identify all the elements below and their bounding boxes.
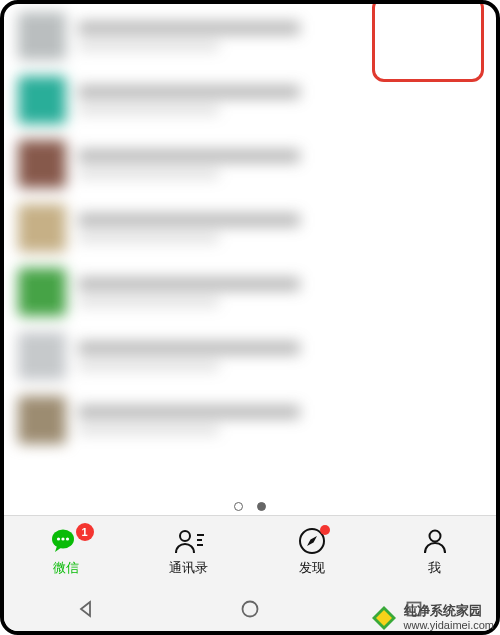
tab-label: 通讯录	[169, 559, 208, 577]
svg-point-10	[243, 602, 258, 617]
watermark: 纯净系统家园 www.yidaimei.com	[370, 603, 494, 633]
back-triangle-icon	[76, 599, 96, 619]
avatar	[18, 268, 66, 316]
chat-preview	[78, 149, 482, 179]
chat-row[interactable]	[4, 68, 496, 132]
avatar	[18, 332, 66, 380]
chat-preview	[78, 405, 482, 435]
chat-row[interactable]	[4, 196, 496, 260]
tab-bar: 1 微信 通讯录	[4, 515, 496, 587]
watermark-url: www.yidaimei.com	[404, 619, 494, 631]
chat-row[interactable]	[4, 132, 496, 196]
avatar	[18, 76, 66, 124]
tab-discover[interactable]: 发现	[250, 516, 373, 587]
svg-point-1	[56, 537, 59, 540]
chat-preview	[78, 277, 482, 307]
tab-label: 发现	[299, 559, 325, 577]
watermark-logo-icon	[370, 604, 398, 632]
wechat-screen: 1 微信 通讯录	[4, 4, 496, 631]
page-indicator	[4, 502, 496, 511]
contacts-icon	[173, 528, 205, 554]
tab-label: 我	[428, 559, 441, 577]
chat-row[interactable]	[4, 388, 496, 452]
tab-chats[interactable]: 1 微信	[4, 516, 127, 587]
chat-preview	[78, 213, 482, 243]
avatar	[18, 12, 66, 60]
page-dot-active	[257, 502, 266, 511]
chat-preview	[78, 341, 482, 371]
notification-dot	[320, 525, 330, 535]
avatar	[18, 204, 66, 252]
avatar	[18, 140, 66, 188]
svg-point-4	[180, 531, 190, 541]
chat-list	[4, 4, 496, 515]
chat-row[interactable]	[4, 260, 496, 324]
chat-row[interactable]	[4, 4, 496, 68]
sys-home-button[interactable]	[168, 587, 332, 631]
svg-point-2	[61, 537, 64, 540]
page-dot	[234, 502, 243, 511]
home-circle-icon	[240, 599, 260, 619]
chat-preview	[78, 21, 482, 51]
avatar	[18, 396, 66, 444]
watermark-title: 纯净系统家园	[404, 603, 482, 618]
svg-point-9	[429, 530, 440, 541]
person-icon	[421, 528, 449, 554]
sys-back-button[interactable]	[4, 587, 168, 631]
tab-contacts[interactable]: 通讯录	[127, 516, 250, 587]
chat-preview	[78, 85, 482, 115]
chat-list-area	[4, 4, 496, 515]
chat-row[interactable]	[4, 324, 496, 388]
tab-me[interactable]: 我	[373, 516, 496, 587]
unread-badge: 1	[76, 523, 94, 541]
tab-label: 微信	[53, 559, 79, 577]
svg-point-3	[65, 537, 68, 540]
device-frame: 1 微信 通讯录	[0, 0, 500, 635]
watermark-text: 纯净系统家园 www.yidaimei.com	[404, 603, 494, 633]
